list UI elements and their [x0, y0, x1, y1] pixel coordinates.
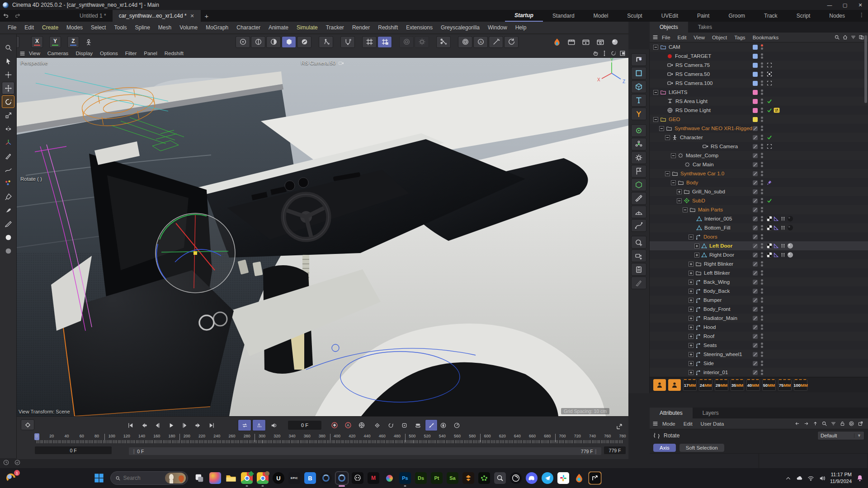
scroll-grip-left[interactable]: ║ [132, 449, 136, 454]
visibility-dot-top[interactable] [761, 144, 763, 146]
visibility-dots[interactable] [761, 207, 763, 212]
focal-35mm-button[interactable]: 35MM [731, 379, 744, 391]
taskbar-app-chrome-1[interactable] [241, 472, 253, 484]
visibility-dot-top[interactable] [761, 135, 763, 137]
taskbar-app-substance-sa[interactable]: Sa [446, 472, 459, 484]
sim-blob-icon[interactable] [297, 36, 311, 48]
visibility-dots[interactable] [761, 352, 763, 357]
play-icon[interactable] [165, 419, 177, 431]
visibility-dots[interactable] [761, 361, 763, 366]
layer-chip[interactable] [753, 117, 758, 122]
anchor-gear-icon[interactable] [340, 36, 355, 48]
playmode-icon[interactable]: A [252, 419, 266, 431]
expand-icon[interactable] [689, 289, 693, 294]
visibility-dot-bottom[interactable] [761, 282, 763, 285]
visibility-dot-top[interactable] [761, 180, 763, 182]
lock-circle-icon[interactable] [437, 419, 449, 431]
om-menu-view[interactable]: View [690, 35, 708, 40]
layer-chip[interactable] [753, 144, 758, 149]
check-icon[interactable] [767, 198, 772, 203]
uv-tag-icon[interactable] [774, 216, 779, 221]
layout-tab-track[interactable]: Track [755, 10, 787, 22]
taskbar-app-start[interactable] [93, 472, 105, 484]
visibility-dot-top[interactable] [761, 279, 763, 282]
layer-chip[interactable] [753, 298, 758, 303]
visibility-dot-top[interactable] [761, 333, 763, 336]
expand-icon[interactable] [689, 262, 693, 267]
visibility-dot-bottom[interactable] [761, 346, 763, 348]
visibility-dot-top[interactable] [761, 324, 763, 327]
expand-icon[interactable] [689, 307, 693, 312]
render-fire-icon[interactable] [550, 36, 564, 48]
hamburger-icon[interactable] [19, 51, 25, 56]
taskbar-app-task-view[interactable] [193, 472, 206, 484]
visibility-dot-top[interactable] [761, 225, 763, 227]
taskbar-app-drop-app[interactable] [573, 472, 585, 484]
popout-icon[interactable] [858, 421, 863, 427]
collapse-icon[interactable] [683, 207, 688, 212]
bell-icon[interactable] [856, 474, 863, 482]
taskbar-app-copilot[interactable] [209, 472, 222, 484]
sphere_black-tag-icon[interactable] [787, 225, 793, 231]
layer-chip[interactable] [753, 307, 758, 312]
expand-icon[interactable] [689, 316, 693, 321]
focal-24mm-button[interactable]: 24MM [699, 379, 712, 391]
visibility-dot-bottom[interactable] [761, 291, 763, 294]
visibility-dot-top[interactable] [761, 117, 763, 119]
uv-tag-icon[interactable] [774, 225, 779, 230]
layer-chip[interactable] [753, 135, 758, 140]
collapse-icon[interactable] [659, 126, 664, 131]
undo-button[interactable] [0, 10, 12, 22]
lens-icon[interactable] [458, 36, 472, 48]
grid-icon[interactable] [362, 36, 377, 48]
sim-disc-half-icon[interactable] [266, 36, 281, 48]
check-status-icon[interactable] [14, 459, 21, 466]
checker-tag-icon[interactable] [767, 225, 772, 230]
tree-row[interactable]: Main Parts [650, 205, 868, 214]
visibility-dots[interactable] [761, 297, 763, 303]
layout-tab-script[interactable]: Script [787, 10, 820, 22]
camera-person-small-icon[interactable] [668, 379, 681, 391]
layer-chip[interactable] [753, 99, 758, 104]
layer-chip[interactable] [753, 280, 758, 285]
collapse-icon[interactable] [671, 180, 676, 185]
visibility-dot-top[interactable] [761, 108, 763, 110]
menu-extensions[interactable]: Extensions [402, 24, 437, 31]
visibility-dot-bottom[interactable] [761, 319, 763, 321]
collapse-icon[interactable] [665, 135, 670, 140]
layer-chip[interactable] [753, 370, 758, 375]
attr-tab-attributes[interactable]: Attributes [650, 408, 693, 418]
taskbar-app-chrome-2[interactable] [256, 472, 269, 484]
tree-row[interactable]: Master_Comp [650, 151, 868, 160]
checker-tag-icon[interactable] [767, 252, 772, 258]
chevron-up-icon[interactable] [785, 475, 792, 482]
layer-chip[interactable] [753, 45, 758, 50]
visibility-dots[interactable] [761, 243, 763, 249]
menu-create[interactable]: Create [38, 24, 62, 31]
layout-menu-icon[interactable]: ⋮ [859, 12, 864, 18]
doc-tab[interactable]: car_synthwav...eo_xr1.c4d *✕ [113, 10, 201, 22]
collapse-icon[interactable] [653, 117, 658, 122]
skip-start-icon[interactable] [124, 419, 137, 431]
home-icon[interactable] [842, 34, 848, 40]
tree-row[interactable]: RS Dome Light [650, 106, 868, 115]
layer-chip[interactable] [753, 235, 758, 239]
tree-row[interactable]: RS Area Light [650, 97, 868, 106]
view-label[interactable]: Perspective [20, 60, 47, 66]
visibility-dot-top[interactable] [761, 99, 763, 101]
camframe-icon[interactable] [767, 62, 772, 68]
check-icon[interactable] [767, 108, 772, 113]
taskbar-app-cinema4d[interactable] [320, 472, 332, 484]
sphere_black-tag-icon[interactable] [787, 216, 793, 222]
om-menu-file[interactable]: File [658, 35, 674, 40]
current-frame-field[interactable]: 0 F [288, 421, 321, 430]
axis-lock-z[interactable]: Z [67, 36, 79, 48]
visibility-dots[interactable] [761, 261, 763, 267]
menu-edit[interactable]: Edit [20, 24, 38, 31]
layer-chip[interactable] [753, 316, 758, 321]
a-circle-icon[interactable]: A [473, 36, 488, 48]
autokey-icon[interactable]: A [342, 419, 354, 431]
frame-region-icon[interactable] [631, 67, 646, 80]
filter-icon[interactable] [830, 421, 836, 427]
visibility-dot-bottom[interactable] [761, 156, 763, 158]
